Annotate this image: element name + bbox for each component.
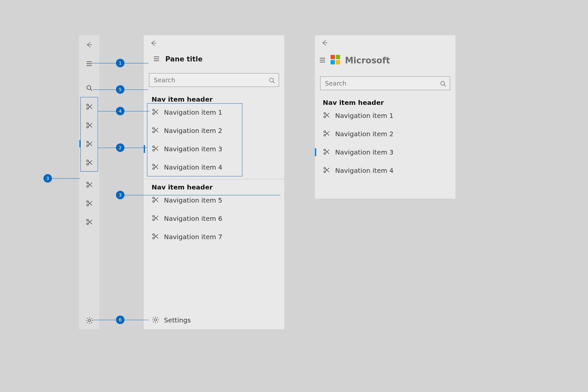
scissors-icon	[86, 200, 93, 207]
back-button[interactable]	[144, 35, 284, 51]
nav-item-label: Navigation item 4	[335, 167, 394, 174]
svg-rect-16	[336, 60, 340, 64]
callout-line	[123, 195, 280, 195]
nav-icon-2[interactable]	[79, 116, 99, 134]
search-input[interactable]	[153, 76, 268, 84]
compact-pane	[79, 35, 99, 329]
nav-item-6[interactable]: Navigation item 6	[144, 209, 284, 228]
scissors-icon	[152, 214, 159, 221]
nav-item-label: Navigation item 3	[335, 148, 394, 156]
scissors-icon	[152, 233, 159, 240]
gear-icon	[152, 316, 159, 323]
nav-item-2[interactable]: Navigation item 2	[144, 122, 284, 140]
scissors-icon	[323, 111, 330, 119]
hamburger-icon	[153, 55, 160, 62]
search-icon	[86, 84, 93, 91]
scissors-icon	[86, 181, 93, 188]
nav-item-label: Navigation item 1	[164, 108, 222, 116]
search-box[interactable]	[320, 76, 450, 90]
hamburger-icon	[319, 56, 326, 63]
back-button[interactable]	[315, 35, 455, 50]
nav-item-1[interactable]: Navigation item 1	[315, 106, 455, 125]
callout-badge-5: 5	[116, 85, 124, 94]
callout-badge-4: 4	[116, 107, 124, 115]
nav-item-1[interactable]: Navigation item 1	[144, 103, 284, 122]
svg-rect-13	[331, 55, 335, 59]
selection-indicator	[315, 148, 316, 156]
callout-line	[51, 178, 80, 179]
pane-title: Pane title	[165, 55, 203, 63]
nav-item-5[interactable]: Navigation item 5	[144, 191, 284, 209]
callout-badge-6: 6	[116, 316, 124, 324]
search-button[interactable]	[79, 78, 99, 97]
nav-item-4[interactable]: Navigation item 4	[315, 161, 455, 180]
nav-item-label: Navigation item 2	[335, 130, 394, 138]
microsoft-logo-icon	[331, 55, 340, 66]
diagram-canvas: Pane title Nav item header Navigation it…	[0, 0, 588, 392]
settings-label: Settings	[164, 316, 191, 324]
nav-item-3[interactable]: Navigation item 3	[315, 143, 455, 161]
hamburger-button[interactable]	[153, 55, 160, 63]
branded-pane: Microsoft Nav item header Navigation ite…	[315, 35, 455, 199]
back-arrow-icon	[321, 39, 329, 47]
nav-item-label: Navigation item 1	[335, 112, 394, 120]
nav-item-label: Navigation item 3	[164, 145, 222, 153]
nav-icon-3[interactable]	[79, 134, 99, 153]
gear-icon	[86, 317, 93, 324]
nav-icon-6[interactable]	[79, 194, 99, 212]
nav-item-2[interactable]: Navigation item 2	[315, 125, 455, 143]
search-input[interactable]	[324, 79, 439, 87]
scissors-icon	[323, 148, 330, 155]
nav-item-7[interactable]: Navigation item 7	[144, 228, 284, 246]
section-header-1: Nav item header	[152, 95, 284, 103]
callout-badge-3b: 3	[116, 191, 124, 199]
nav-item-label: Navigation item 7	[164, 233, 222, 241]
scissors-icon	[152, 163, 159, 170]
expanded-pane: Pane title Nav item header Navigation it…	[144, 35, 284, 329]
nav-icon-4[interactable]	[79, 153, 99, 172]
scissors-icon	[152, 196, 159, 203]
back-arrow-icon	[150, 39, 157, 47]
scissors-icon	[86, 140, 93, 147]
scissors-icon	[86, 218, 93, 225]
hamburger-button[interactable]	[319, 56, 326, 65]
nav-icon-5[interactable]	[79, 175, 99, 194]
section-header: Nav item header	[323, 99, 455, 106]
nav-icon-7[interactable]	[79, 212, 99, 231]
scissors-icon	[323, 166, 330, 173]
scissors-icon	[152, 145, 159, 152]
search-icon	[439, 80, 446, 87]
callout-badge-1: 1	[116, 59, 124, 67]
scissors-icon	[152, 126, 159, 134]
section-header-2: Nav item header	[152, 183, 284, 191]
nav-item-label: Navigation item 5	[164, 196, 222, 204]
scissors-icon	[86, 159, 93, 166]
nav-icon-1[interactable]	[79, 97, 99, 116]
selection-indicator	[79, 140, 80, 147]
svg-rect-15	[331, 60, 335, 64]
settings-item[interactable]: Settings	[144, 311, 284, 329]
callout-badge-2: 2	[116, 143, 124, 152]
svg-rect-14	[336, 55, 340, 59]
search-icon	[268, 77, 275, 83]
section-separator	[144, 179, 284, 179]
brand-title: Microsoft	[345, 56, 390, 65]
nav-item-label: Navigation item 4	[164, 163, 222, 171]
back-arrow-icon	[85, 41, 93, 49]
nav-item-label: Navigation item 2	[164, 127, 222, 135]
search-box[interactable]	[149, 73, 279, 87]
nav-item-label: Navigation item 6	[164, 215, 222, 222]
nav-item-3[interactable]: Navigation item 3	[144, 140, 284, 158]
selection-indicator	[144, 145, 145, 153]
scissors-icon	[86, 103, 93, 110]
scissors-icon	[86, 122, 93, 129]
back-button[interactable]	[79, 35, 99, 54]
scissors-icon	[323, 130, 330, 137]
nav-item-4[interactable]: Navigation item 4	[144, 158, 284, 176]
scissors-icon	[152, 108, 159, 115]
hamburger-icon	[86, 60, 93, 67]
callout-badge-3: 3	[43, 174, 52, 183]
